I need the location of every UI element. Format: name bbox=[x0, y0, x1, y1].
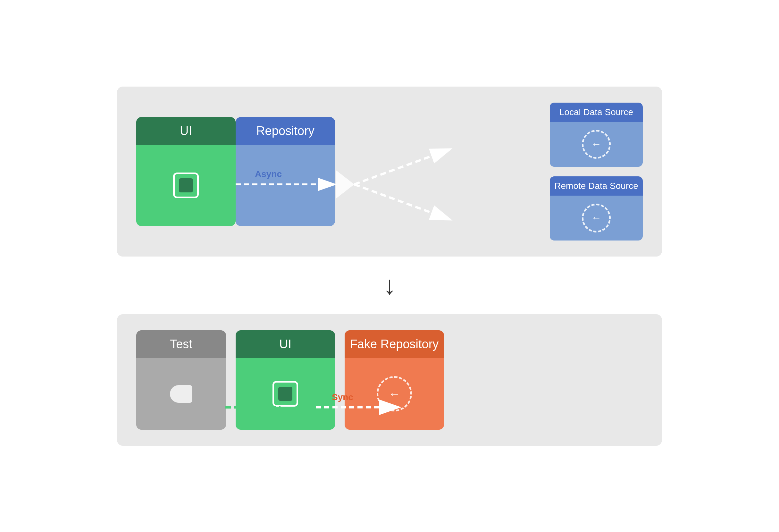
repo-label-top: Repository bbox=[236, 117, 335, 145]
fake-repo-circle: ← bbox=[377, 376, 412, 411]
ui-label-top: UI bbox=[136, 117, 236, 145]
top-diagram: UI Async bbox=[117, 86, 662, 256]
diagram-container: UI Async bbox=[117, 86, 662, 446]
remote-ds-body: ← bbox=[550, 196, 643, 240]
fake-repo-body: ← bbox=[345, 358, 444, 430]
repo-body-top bbox=[236, 145, 335, 226]
local-ds-body: ← bbox=[550, 122, 643, 167]
fake-repo-block: Fake Repository ← bbox=[345, 330, 444, 430]
ui-label-bottom: UI bbox=[236, 330, 335, 358]
svg-line-3 bbox=[354, 149, 451, 184]
test-block: Test bbox=[136, 330, 226, 430]
square-inner-bottom bbox=[278, 387, 292, 401]
test-body bbox=[136, 358, 226, 430]
bottom-content: Test Sync bbox=[136, 330, 643, 430]
ui-body-top bbox=[136, 145, 236, 226]
spacer-repo: Repository bbox=[236, 117, 335, 226]
fake-repo-label: Fake Repository bbox=[345, 330, 444, 358]
fake-repo-arrow: ← bbox=[388, 387, 401, 401]
square-icon-top bbox=[173, 173, 199, 198]
square-inner-top bbox=[179, 178, 193, 192]
local-ds-arrow: ← bbox=[591, 138, 601, 150]
bottom-diagram: Test Sync bbox=[117, 314, 662, 446]
test-label: Test bbox=[136, 330, 226, 358]
svg-marker-2 bbox=[336, 170, 354, 199]
local-ds-circle: ← bbox=[582, 130, 611, 159]
square-icon-bottom bbox=[273, 381, 298, 407]
plug-icon bbox=[170, 385, 192, 403]
remote-ds-circle: ← bbox=[582, 203, 611, 233]
local-ds-block: Local Data Source ← bbox=[550, 103, 643, 167]
local-ds-label: Local Data Source bbox=[550, 103, 643, 122]
repo-block-top: Repository bbox=[236, 117, 335, 226]
svg-line-4 bbox=[354, 184, 451, 220]
ui-block-top: UI bbox=[136, 117, 236, 226]
ui-block-bottom: UI bbox=[236, 330, 335, 430]
remote-ds-arrow: ← bbox=[591, 212, 601, 224]
ui-body-bottom bbox=[236, 358, 335, 430]
down-arrow: ↓ bbox=[383, 273, 396, 298]
top-content: UI Async bbox=[136, 103, 643, 240]
remote-ds-block: Remote Data Source ← bbox=[550, 176, 643, 240]
data-sources-top: Local Data Source ← Remote Data Source ← bbox=[550, 103, 643, 240]
remote-ds-label: Remote Data Source bbox=[550, 176, 643, 196]
